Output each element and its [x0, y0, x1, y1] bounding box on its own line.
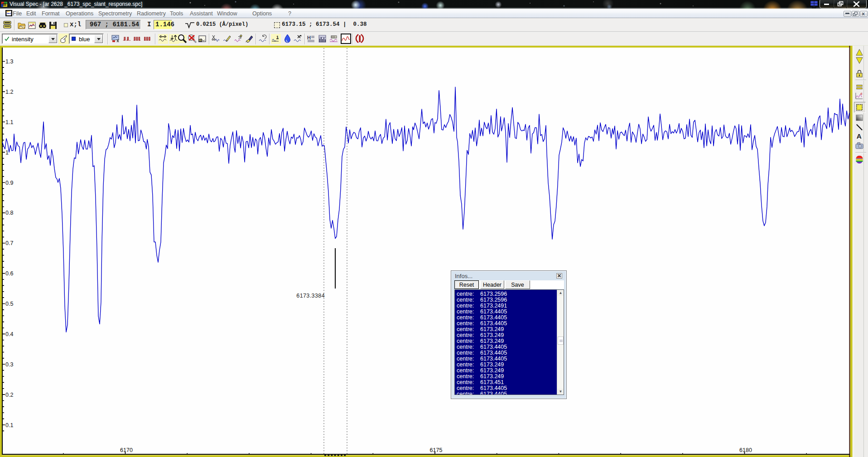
- svg-text:6175: 6175: [430, 447, 443, 453]
- svg-text:0.1: 0.1: [5, 422, 13, 428]
- svg-text:0.2: 0.2: [5, 392, 13, 398]
- svg-text:0.8: 0.8: [5, 210, 13, 216]
- svg-text:1.3: 1.3: [5, 58, 13, 65]
- svg-text:6180: 6180: [739, 447, 752, 453]
- svg-text:6173.3384: 6173.3384: [296, 293, 325, 299]
- svg-text:1: 1: [5, 149, 9, 156]
- svg-text:0.6: 0.6: [5, 270, 13, 277]
- svg-text:1.1: 1.1: [5, 119, 13, 125]
- svg-text:0.3: 0.3: [5, 361, 13, 368]
- svg-text:A: A: [857, 132, 862, 140]
- svg-text:0.7: 0.7: [5, 240, 13, 246]
- svg-text:0.9: 0.9: [5, 180, 13, 186]
- svg-text:1.2: 1.2: [5, 89, 13, 95]
- svg-text:c: c: [860, 91, 863, 96]
- svg-text:6170: 6170: [120, 447, 133, 453]
- svg-text:0.4: 0.4: [5, 331, 13, 337]
- svg-text:0.5: 0.5: [5, 301, 13, 307]
- svg-text:H: H: [307, 35, 311, 40]
